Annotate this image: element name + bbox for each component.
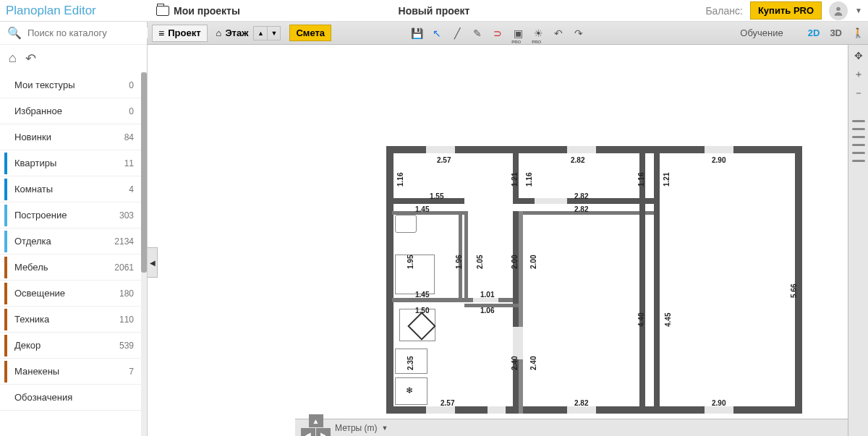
chevron-down-icon[interactable]: ▼: [855, 7, 862, 14]
save-icon[interactable]: 💾: [410, 27, 423, 40]
zoom-out-icon[interactable]: －: [852, 87, 865, 100]
project-dropdown[interactable]: ≡Проект: [152, 25, 208, 42]
category-item[interactable]: Мои текстуры0: [0, 72, 141, 98]
line-tool-icon[interactable]: ╱: [451, 27, 464, 40]
floor-dropdown[interactable]: ⌂Этаж ▲▼: [210, 24, 287, 43]
pen-tool-icon[interactable]: ✎: [471, 27, 484, 40]
category-item[interactable]: Манекены7: [0, 359, 141, 385]
walk-view-icon[interactable]: 🚶: [852, 27, 864, 38]
scrollbar[interactable]: [141, 72, 147, 436]
training-link[interactable]: Обучение: [740, 27, 783, 38]
bottom-bar: ▲ ◀ ▶ Метры (m) ▼: [295, 419, 848, 436]
fridge[interactable]: ❄: [395, 377, 427, 405]
redo-tool-icon[interactable]: ↷: [572, 27, 585, 40]
house-icon: ⌂: [216, 27, 222, 38]
category-item[interactable]: Техника110: [0, 307, 141, 333]
units-label[interactable]: Метры (m): [335, 423, 378, 433]
category-item[interactable]: Новинки84: [0, 124, 141, 150]
nav-arrows[interactable]: ▲ ◀ ▶: [301, 414, 331, 436]
category-list: Мои текстуры0Избранное0Новинки84Квартиры…: [0, 72, 141, 436]
category-item[interactable]: Освещение180: [0, 281, 141, 307]
category-item[interactable]: Декор539: [0, 333, 141, 359]
compass-icon[interactable]: ✥: [852, 49, 865, 62]
search-input[interactable]: [27, 27, 149, 38]
category-item[interactable]: Обозначения: [0, 385, 141, 411]
estimate-button[interactable]: Смета: [289, 25, 331, 41]
right-toolbar: ✥ ＋ －: [848, 45, 868, 436]
project-name: Новый проект: [399, 5, 470, 17]
sun-pro-icon[interactable]: ☀PRO: [532, 27, 545, 40]
bathtub[interactable]: [395, 255, 435, 294]
floor-plan[interactable]: ❄ 2.57 2.82 2.90 1.16 1.21 1.16 1.16 1.2…: [386, 146, 806, 421]
balance-label: Баланс:: [705, 5, 743, 17]
camera-pro-icon[interactable]: ▣PRO: [511, 27, 524, 40]
category-item[interactable]: Мебель2061: [0, 255, 141, 281]
undo-icon[interactable]: ↶: [25, 51, 36, 67]
buy-pro-button[interactable]: Купить PRO: [750, 1, 822, 20]
my-projects-label: Мои проекты: [174, 5, 240, 17]
app-title: Planoplan Editor: [6, 4, 142, 18]
svg-point-0: [836, 7, 840, 10]
folder-icon: [156, 6, 169, 16]
category-item[interactable]: Построение303: [0, 202, 141, 228]
category-item[interactable]: Избранное0: [0, 98, 141, 124]
category-item[interactable]: Комнаты4: [0, 176, 141, 202]
category-item[interactable]: Отделка2134: [0, 228, 141, 255]
floorplan-canvas[interactable]: ◀: [148, 45, 848, 436]
view-2d-button[interactable]: 2D: [808, 27, 820, 38]
view-3d-button[interactable]: 3D: [830, 27, 842, 38]
search-icon: 🔍: [7, 26, 22, 40]
zoom-in-icon[interactable]: ＋: [852, 68, 865, 81]
toolbar: ≡Проект ⌂Этаж ▲▼ Смета 💾 ↖ ╱ ✎ ⊃ ▣PRO ☀P…: [148, 22, 868, 45]
slider-handle[interactable]: [852, 120, 865, 122]
collapse-sidebar-button[interactable]: ◀: [148, 247, 158, 278]
toilet[interactable]: [395, 215, 417, 233]
avatar[interactable]: [829, 1, 848, 20]
home-icon[interactable]: ⌂: [9, 51, 17, 67]
category-item[interactable]: Квартиры11: [0, 150, 141, 176]
cursor-tool-icon[interactable]: ↖: [430, 27, 443, 40]
my-projects-button[interactable]: Мои проекты: [156, 5, 240, 17]
sidebar: 🔍 ⌂ ↶ Мои текстуры0Избранное0Новинки84Кв…: [0, 22, 148, 436]
magnet-icon[interactable]: ⊃: [491, 27, 504, 40]
undo-tool-icon[interactable]: ↶: [552, 27, 565, 40]
